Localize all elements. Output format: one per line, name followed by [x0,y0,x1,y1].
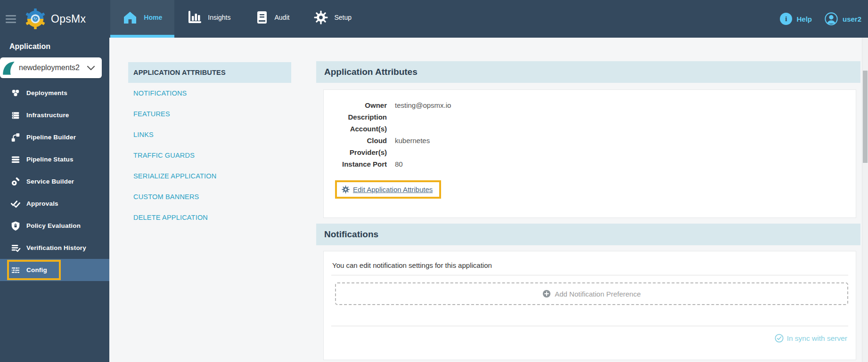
application-attributes-card: Owner testing@opsmx.io Description Accou… [323,89,856,218]
tab-setup[interactable]: Setup [302,0,364,38]
field-owner: Owner testing@opsmx.io [331,99,848,111]
audit-icon [255,10,269,25]
config-nav-delete-application[interactable]: DELETE APPLICATION [128,207,291,228]
notifications-message: You can edit notification settings for t… [331,261,848,270]
sidebar-item-label: Deployments [26,89,67,97]
policy-shield-icon [10,221,21,231]
sidebar: Application newdeployments2 Deployments [0,38,109,362]
username-label: user2 [843,15,861,23]
field-label: Account(s) [331,123,387,135]
field-cloud-providers: Cloud Provider(s) kubernetes [331,135,848,158]
tab-setup-label: Setup [334,14,352,21]
top-navbar: OpsMx Home Insights [0,0,868,38]
sidebar-item-infrastructure[interactable]: Infrastructure [0,104,109,126]
opsmx-logo-icon [25,8,46,30]
pipeline-builder-icon [10,132,21,143]
brand-name: OpsMx [51,13,86,25]
scrollbar-track[interactable] [862,38,868,362]
sidebar-item-deployments[interactable]: Deployments [0,82,109,104]
config-nav-serialize-application[interactable]: SERIALIZE APPLICATION [128,166,291,186]
spinnaker-sail-icon [1,60,17,77]
setup-gear-icon [314,10,328,24]
sidebar-item-pipeline-status[interactable]: Pipeline Status [0,148,109,170]
user-avatar-icon [824,12,838,26]
add-notification-preference-label: Add Notification Preference [555,290,641,298]
config-nav-notifications[interactable]: NOTIFICATIONS [128,83,291,104]
gear-icon [342,185,350,193]
config-nav-traffic-guards[interactable]: TRAFFIC GUARDS [128,145,291,166]
brand: OpsMx [25,0,86,38]
sidebar-item-label: Config [26,266,47,274]
sidebar-item-service-builder[interactable]: Service Builder [0,170,109,193]
config-section-nav: APPLICATION ATTRIBUTES NOTIFICATIONS FEA… [128,38,291,228]
application-attributes-header: Application Attributes [316,61,860,83]
field-label: Description [331,111,387,123]
plus-circle-icon [542,290,551,298]
help-button[interactable]: i Help [780,13,812,25]
sidebar-item-label: Policy Evaluation [26,222,81,229]
help-label: Help [796,15,812,23]
field-value: testing@opsmx.io [395,99,451,111]
field-label: Owner [331,99,387,111]
sidebar-menu: Deployments Infrastructure [0,82,109,281]
field-value: kubernetes [395,135,430,158]
sidebar-item-label: Verification History [26,244,86,251]
hamburger-menu-icon[interactable] [6,0,16,38]
sidebar-item-label: Approvals [26,200,58,207]
scrollbar-thumb[interactable] [863,71,868,163]
sidebar-item-config[interactable]: Config [0,259,109,281]
tab-audit-label: Audit [275,14,290,21]
main-content: Application Attributes Owner testing@ops… [316,38,860,362]
config-nav-features[interactable]: FEATURES [128,104,291,124]
sidebar-item-label: Pipeline Builder [26,134,76,141]
field-value: 80 [395,158,403,170]
tab-audit[interactable]: Audit [243,0,302,38]
verification-history-icon [10,243,21,253]
sidebar-item-label: Pipeline Status [26,156,74,163]
edit-application-attributes-label: Edit Application Attributes [353,185,433,193]
sidebar-item-label: Infrastructure [26,112,69,119]
sidebar-item-verification-history[interactable]: Verification History [0,237,109,259]
service-builder-icon [10,177,21,187]
notifications-header: Notifications [316,224,860,245]
sync-status-label: In sync with server [787,334,847,343]
approvals-double-check-icon [10,199,21,209]
config-nav-custom-banners[interactable]: CUSTOM BANNERS [128,186,291,207]
tab-home-label: Home [144,14,162,21]
sidebar-item-policy-evaluation[interactable]: Policy Evaluation [0,215,109,237]
deployments-icon [10,88,21,98]
tab-insights[interactable]: Insights [174,0,243,38]
topnav-right: i Help user2 [780,0,868,38]
sidebar-item-label: Service Builder [26,178,74,185]
field-description: Description [331,111,848,123]
field-label: Instance Port [331,158,387,170]
field-instance-port: Instance Port 80 [331,158,848,170]
info-icon: i [780,13,792,25]
application-selector-value: newdeployments2 [19,64,80,72]
pipeline-status-icon [10,154,21,165]
infrastructure-icon [10,110,21,121]
check-circle-icon [775,334,784,343]
tab-home[interactable]: Home [110,0,174,38]
tab-insights-label: Insights [208,14,230,21]
user-menu[interactable]: user2 [824,12,861,26]
config-nav-links[interactable]: LINKS [128,124,291,145]
home-icon [123,10,138,24]
main-tabs: Home Insights Au [110,0,364,38]
sidebar-item-pipeline-builder[interactable]: Pipeline Builder [0,126,109,148]
divider [331,275,848,275]
chevron-down-icon [87,65,95,71]
config-nav-application-attributes[interactable]: APPLICATION ATTRIBUTES [128,62,291,83]
field-label: Cloud Provider(s) [331,135,387,158]
config-sliders-icon [10,265,21,275]
insights-icon [187,10,202,25]
application-selector-dropdown[interactable]: newdeployments2 [0,57,102,78]
add-notification-preference-button[interactable]: Add Notification Preference [335,282,848,305]
notifications-card: You can edit notification settings for t… [323,251,856,360]
edit-application-attributes-button[interactable]: Edit Application Attributes [335,180,441,199]
sync-status: In sync with server [331,326,848,360]
field-accounts: Account(s) [331,123,848,135]
sidebar-section-title: Application [0,38,109,51]
sidebar-item-approvals[interactable]: Approvals [0,193,109,215]
